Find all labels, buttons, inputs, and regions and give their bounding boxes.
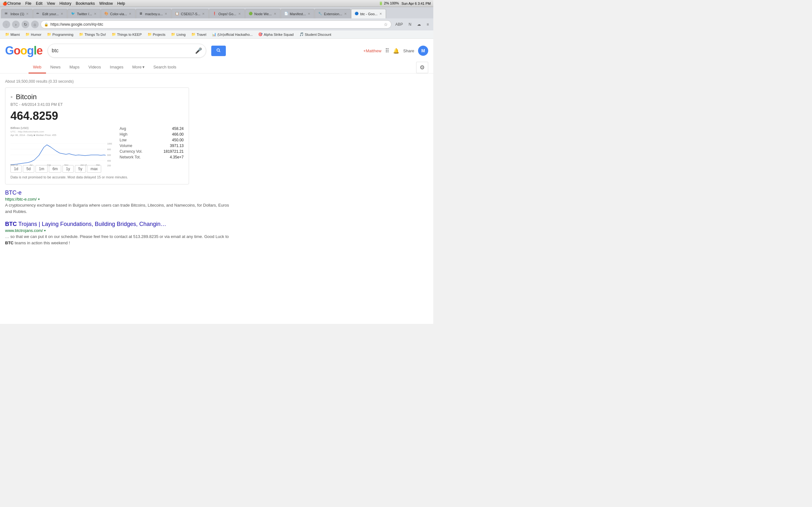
nav-videos[interactable]: Videos <box>84 61 106 73</box>
btc-network-tot-label: Network Tot. <box>119 155 141 159</box>
btc-stat-volume: Volume 3971.13 <box>119 144 184 148</box>
tab-close-manifest[interactable]: ✕ <box>307 12 311 15</box>
tab-close-inbox[interactable]: ✕ <box>26 12 29 15</box>
nav-news[interactable]: News <box>46 61 65 73</box>
result-url-btc-trojans: www.btctrojans.com/ ▾ <box>5 228 233 233</box>
adblock-button[interactable]: ABP <box>393 21 405 27</box>
menu-view[interactable]: View <box>47 1 55 6</box>
result-snippet-btc-e: A cryptocurrency exchange based in Bulga… <box>5 202 233 215</box>
tab-oops[interactable]: ❗ Oops! Go... ✕ <box>209 9 245 18</box>
home-button[interactable]: ⌂ <box>31 20 39 28</box>
menu-history[interactable]: History <box>60 1 71 6</box>
settings-button[interactable]: ⚙ <box>416 62 428 73</box>
mic-icon[interactable]: 🎤 <box>195 47 202 54</box>
tab-manifest[interactable]: 📄 Manifest... ✕ <box>281 9 315 18</box>
chart-x-sep: Sep <box>47 164 51 166</box>
bookmark-label-student-discount: Student Discount <box>305 33 332 37</box>
datetime: Sun Apr 6 3:41 PM <box>402 2 431 5</box>
menu-file[interactable]: File <box>26 1 32 6</box>
result-title-btc-e[interactable]: BTC-e <box>5 189 233 196</box>
tab-cse617[interactable]: 📋 CSE617-S... ✕ <box>171 9 209 18</box>
bookmark-living[interactable]: 📁 Living <box>168 32 188 37</box>
folder-icon-alpha-strike: 🎯 <box>258 32 263 37</box>
bookmark-student-discount[interactable]: 🎵 Student Discount <box>297 32 334 37</box>
btc-dot: • <box>10 94 13 101</box>
tab-macboy[interactable]: 🖥 macboy.u... ✕ <box>136 9 171 18</box>
result-url-dropdown-btc-trojans[interactable]: ▾ <box>44 229 46 232</box>
tab-edit[interactable]: ✏ Edit your... ✕ <box>33 9 67 18</box>
btc-low-value: 450.00 <box>172 138 184 142</box>
result-title-btc-trojans[interactable]: BTC Trojans | Laying Foundations, Buildi… <box>5 221 233 228</box>
tab-close-twitter[interactable]: ✕ <box>93 12 97 15</box>
tab-nodew[interactable]: 🟢 Node We... ✕ <box>245 9 281 18</box>
nav-more[interactable]: More ▾ <box>128 61 149 73</box>
mac-status-right: 🔋 2% 100% Sun Apr 6 3:41 PM <box>379 1 431 5</box>
bookmark-humor[interactable]: 📁 Humor <box>23 32 44 37</box>
folder-icon-humor: 📁 <box>26 32 30 37</box>
tab-close-nodew[interactable]: ✕ <box>273 12 277 15</box>
nav-more-label: More <box>132 65 142 69</box>
noscript-button[interactable]: N <box>407 21 413 27</box>
bookmark-things-to-do[interactable]: 📁 Things To Do! <box>77 32 108 37</box>
bookmark-alpha-strike[interactable]: 🎯 Alpha Strike Squad <box>256 32 296 37</box>
result-url-dropdown-btc-e[interactable]: ▾ <box>38 198 40 201</box>
bookmark-programming[interactable]: 📁 Programming <box>44 32 76 37</box>
notification-icon[interactable]: 🔔 <box>393 48 399 54</box>
tab-close-btc[interactable]: ✕ <box>379 12 383 15</box>
tab-inbox[interactable]: ✉ Inbox (1) ✕ <box>1 9 33 18</box>
address-bar[interactable]: 🔒 https://www.google.com/#q=btc ☆ <box>41 20 392 29</box>
result-snippet-btc-trojans: … so that we can put it on our schedule.… <box>5 233 233 246</box>
tab-twitter[interactable]: 🐦 Twitter /... ✕ <box>67 9 101 18</box>
tab-btc[interactable]: 🔵 btc - Goo... ✕ <box>351 9 386 18</box>
menu-edit[interactable]: Edit <box>36 1 43 6</box>
menu-bookmarks[interactable]: Bookmarks <box>76 1 95 6</box>
share-button[interactable]: Share <box>403 49 414 53</box>
nav-maps[interactable]: Maps <box>65 61 84 73</box>
btc-stats: Avg 458.24 High 466.00 Low 450.00 Volu <box>119 126 184 161</box>
forward-button[interactable]: › <box>12 20 20 28</box>
tab-label-macboy: macboy.u... <box>145 12 163 16</box>
menu-window[interactable]: Window <box>99 1 113 6</box>
bookmark-hackathon[interactable]: 📊 (Un)official Hackatho... <box>209 32 255 37</box>
tab-close-edit[interactable]: ✕ <box>60 12 64 15</box>
search-nav: Web News Maps Videos Images More ▾ Searc… <box>0 59 433 73</box>
apple-icon[interactable]: 🍎 <box>3 1 7 6</box>
btc-subtitle: BTC - 4/6/2014 3:41:03 PM ET <box>10 102 184 107</box>
search-input[interactable] <box>52 48 193 54</box>
tab-close-cse617[interactable]: ✕ <box>201 12 205 15</box>
star-icon[interactable]: ☆ <box>384 22 388 27</box>
apps-icon[interactable]: ⠿ <box>385 47 389 54</box>
btc-currency-vol-label: Currency Vol. <box>119 149 142 154</box>
nav-web[interactable]: Web <box>29 61 46 73</box>
btc-high-label: High <box>119 132 128 136</box>
folder-icon-things-to-do: 📁 <box>79 32 84 37</box>
chart-y-600: 600 <box>107 154 111 156</box>
bookmark-things-to-keep[interactable]: 📁 Things to KEEP <box>109 32 144 37</box>
bookmark-miami[interactable]: 📁 Miami <box>3 32 22 37</box>
gplus-button[interactable]: +Matthew <box>363 49 382 53</box>
cloud-button[interactable]: ☁ <box>415 21 423 27</box>
menu-button[interactable]: ≡ <box>425 21 431 27</box>
tab-color[interactable]: 🎨 Color-via... ✕ <box>101 9 136 18</box>
tab-close-color[interactable]: ✕ <box>128 12 132 15</box>
nav-search-tools[interactable]: Search tools <box>149 61 181 73</box>
tab-close-extension[interactable]: ✕ <box>344 12 347 15</box>
tab-bar: ✉ Inbox (1) ✕ ✏ Edit your... ✕ 🐦 Twitter… <box>0 7 433 18</box>
back-button[interactable]: ‹ <box>3 20 10 28</box>
bookmark-travel[interactable]: 📁 Travel <box>189 32 209 37</box>
menu-chrome[interactable]: Chrome <box>7 1 21 6</box>
menu-help[interactable]: Help <box>117 1 125 6</box>
result-link-btc-e[interactable]: BTC-e <box>5 189 21 196</box>
tab-extension[interactable]: 🔧 Extension... ✕ <box>315 9 351 18</box>
tab-close-oops[interactable]: ✕ <box>238 12 241 15</box>
tab-close-macboy[interactable]: ✕ <box>164 12 168 15</box>
google-search-box[interactable]: 🎤 <box>48 44 206 58</box>
result-link-btc-trojans[interactable]: BTC Trojans | Laying Foundations, Buildi… <box>5 221 166 227</box>
nav-images[interactable]: Images <box>105 61 128 73</box>
bookmark-label-things-to-keep: Things to KEEP <box>117 33 142 37</box>
search-button[interactable] <box>211 46 226 56</box>
refresh-button[interactable]: ↻ <box>21 20 29 28</box>
bookmark-projects[interactable]: 📁 Projects <box>145 32 168 37</box>
tab-favicon-oops: ❗ <box>212 12 217 16</box>
account-avatar[interactable]: M <box>418 46 428 56</box>
